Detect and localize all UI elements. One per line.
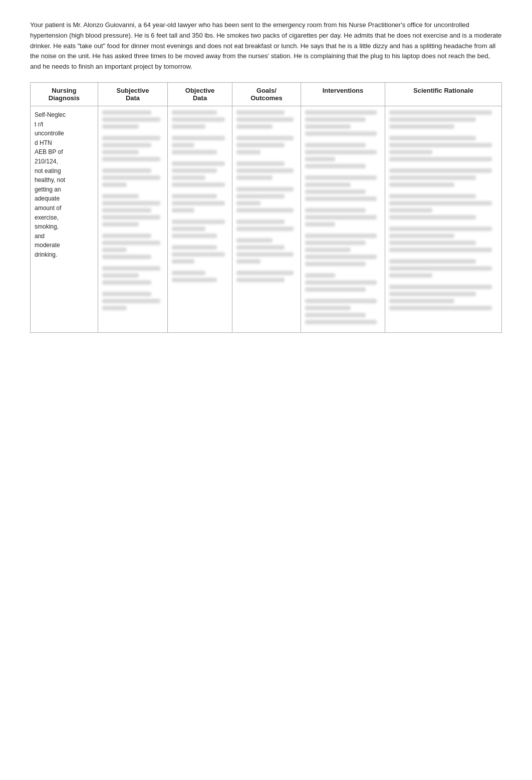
subjective-data-cell <box>98 106 168 332</box>
scientific-rationale-cell <box>385 106 501 332</box>
col-header-subjective-data: SubjectiveData <box>98 82 168 106</box>
interventions-cell <box>301 106 385 332</box>
table-row: Self-Neglect r/tuncontrolled HTNAEB BP o… <box>31 106 502 332</box>
col-header-objective-data: ObjectiveData <box>168 82 232 106</box>
objective-data-cell <box>168 106 232 332</box>
intro-paragraph: Your patient is Mr. Alonzo Guiovanni, a … <box>30 20 502 72</box>
col-header-scientific-rationale: Scientific Rationale <box>385 82 501 106</box>
care-plan-table: NursingDiagnosis SubjectiveData Objectiv… <box>30 82 502 333</box>
col-header-nursing-diagnosis: NursingDiagnosis <box>31 82 98 106</box>
col-header-interventions: Interventions <box>301 82 385 106</box>
col-header-goals-outcomes: Goals/Outcomes <box>232 82 301 106</box>
nursing-diagnosis-cell: Self-Neglect r/tuncontrolled HTNAEB BP o… <box>31 106 98 332</box>
goals-outcomes-cell <box>232 106 301 332</box>
